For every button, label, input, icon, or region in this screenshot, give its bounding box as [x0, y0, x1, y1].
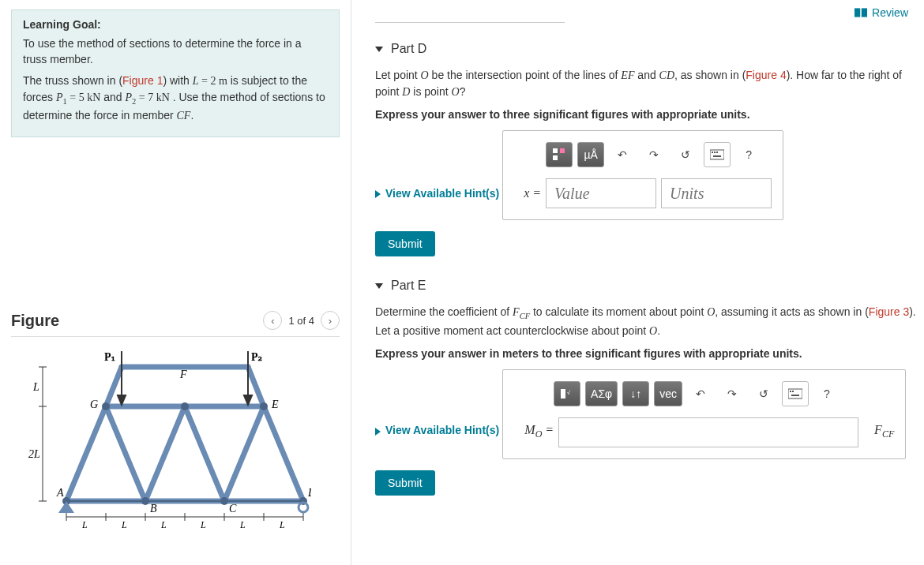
- svg-text:B: B: [150, 503, 157, 514]
- part-e-instruction: Express your answer in meters to three s…: [375, 347, 916, 360]
- collapse-icon: [375, 283, 383, 289]
- svg-line-24: [106, 406, 145, 501]
- subscript-button[interactable]: ↓↑: [622, 381, 649, 406]
- keyboard-icon: [710, 148, 724, 162]
- point-O: O: [421, 69, 429, 81]
- collapse-icon: [375, 47, 383, 52]
- help-button[interactable]: ?: [813, 381, 840, 406]
- keyboard-button[interactable]: [782, 381, 809, 406]
- svg-point-37: [181, 402, 189, 410]
- vector-button[interactable]: vec: [654, 381, 682, 406]
- truss-figure: L 2L L L L L L L: [11, 351, 311, 533]
- text-fragment: is point: [410, 85, 451, 98]
- part-d-units-input[interactable]: [661, 178, 772, 208]
- part-d-input-row: x =: [514, 178, 772, 208]
- text-fragment: be the intersection point of the lines o…: [429, 69, 622, 81]
- review-link[interactable]: Review: [855, 6, 908, 19]
- learning-goal-text-1: To use the method of sections to determi…: [23, 36, 328, 68]
- svg-rect-56: [553, 148, 558, 153]
- svg-rect-68: [792, 391, 794, 392]
- part-e-hints-toggle[interactable]: View Available Hint(s): [375, 424, 499, 436]
- svg-line-25: [145, 406, 185, 501]
- redo-button[interactable]: ↷: [719, 381, 746, 406]
- text-fragment: .: [657, 324, 660, 337]
- svg-rect-63: [713, 155, 721, 157]
- hints-label: View Available Hint(s): [385, 187, 499, 200]
- svg-rect-62: [716, 152, 718, 153]
- point-O-3: O: [707, 306, 715, 318]
- part-d-hints-toggle[interactable]: View Available Hint(s): [375, 187, 499, 200]
- part-d-toolbar: µÅ ↶ ↷ ↺ ?: [514, 142, 772, 167]
- learning-goal-text-2: The truss shown in (Figure 1) with L = 2…: [23, 73, 328, 125]
- var-P2: P: [125, 92, 132, 103]
- var-CF: CF: [177, 110, 191, 122]
- svg-point-36: [102, 402, 110, 410]
- help-button[interactable]: ?: [735, 142, 762, 167]
- svg-rect-54: [855, 8, 860, 17]
- svg-text:C: C: [229, 503, 237, 514]
- text-fragment: and: [634, 69, 659, 81]
- text-fragment: The truss shown in (: [23, 74, 122, 87]
- truss-svg: L 2L L L L L L L: [11, 351, 311, 533]
- svg-rect-66: [788, 389, 802, 398]
- part-d-body: Let point O be the intersection point of…: [375, 67, 916, 256]
- part-e-answer-box: √ ΑΣφ ↓↑ vec ↶ ↷ ↺ ? MO = FCF: [502, 369, 906, 459]
- equals: =: [542, 423, 554, 436]
- part-e-submit-button[interactable]: Submit: [375, 470, 435, 496]
- svg-rect-55: [862, 8, 867, 17]
- part-d: Part D Let point O be the intersection p…: [375, 42, 916, 256]
- part-d-value-input[interactable]: [546, 178, 656, 208]
- var-F: F: [874, 423, 882, 436]
- templates-button[interactable]: √: [554, 381, 580, 406]
- part-d-header[interactable]: Part D: [375, 42, 916, 56]
- undo-button[interactable]: ↶: [687, 381, 714, 406]
- units-button[interactable]: µÅ: [577, 142, 604, 167]
- svg-line-22: [66, 406, 106, 501]
- line-CD: CD: [659, 69, 674, 81]
- eq-L: = 2 m: [199, 75, 227, 87]
- text-fragment: .: [190, 109, 193, 122]
- part-e-title: Part E: [391, 279, 426, 293]
- svg-text:L: L: [279, 519, 285, 530]
- svg-text:L: L: [32, 381, 39, 393]
- svg-text:L: L: [239, 519, 246, 530]
- figure-1-link[interactable]: Figure 1: [122, 74, 163, 87]
- part-d-submit-button[interactable]: Submit: [375, 231, 435, 256]
- svg-point-34: [220, 497, 228, 505]
- reset-button[interactable]: ↺: [672, 142, 699, 167]
- svg-text:E: E: [271, 398, 279, 410]
- keyboard-button[interactable]: [704, 142, 731, 167]
- figure-page-indicator: 1 of 4: [288, 315, 314, 327]
- figure-next-button[interactable]: ›: [321, 311, 340, 330]
- svg-text:G: G: [90, 398, 98, 410]
- svg-text:F: F: [179, 369, 187, 380]
- var-FCF: F: [513, 306, 520, 318]
- greek-button[interactable]: ΑΣφ: [585, 381, 618, 406]
- learning-goal-box: Learning Goal: To use the method of sect…: [11, 9, 340, 137]
- figure-4-link[interactable]: Figure 4: [746, 69, 786, 81]
- point-O-2: O: [452, 86, 460, 98]
- var-P1: P: [56, 92, 63, 103]
- part-e-header[interactable]: Part E: [375, 279, 916, 293]
- templates-button[interactable]: [546, 142, 573, 167]
- part-e-formula-input[interactable]: [558, 417, 858, 447]
- figure-prev-button[interactable]: ‹: [263, 311, 282, 330]
- figure-3-link[interactable]: Figure 3: [869, 305, 909, 318]
- svg-point-38: [260, 402, 268, 410]
- text-fragment: , assuming it acts as shown in (: [715, 305, 869, 318]
- text-fragment: to calculate its moment about point: [530, 305, 707, 318]
- text-fragment: ) with: [163, 74, 192, 87]
- part-e-lhs: MO =: [514, 423, 554, 440]
- svg-line-23: [264, 406, 303, 501]
- text-fragment: and: [100, 91, 125, 103]
- redo-button[interactable]: ↷: [640, 142, 667, 167]
- hints-label: View Available Hint(s): [385, 424, 499, 436]
- svg-text:2L: 2L: [28, 448, 40, 460]
- reset-button[interactable]: ↺: [750, 381, 777, 406]
- svg-rect-57: [560, 148, 565, 153]
- part-e-prompt: Determine the coefficient of FCF to calc…: [375, 304, 916, 339]
- svg-text:P₁: P₁: [104, 351, 115, 363]
- undo-button[interactable]: ↶: [609, 142, 636, 167]
- svg-rect-64: [561, 389, 565, 398]
- units-label: µÅ: [584, 148, 597, 161]
